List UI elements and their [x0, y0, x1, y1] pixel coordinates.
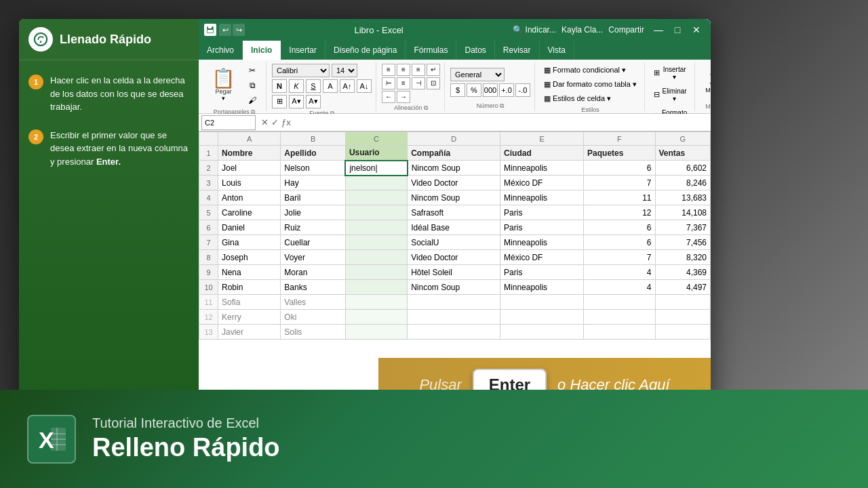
font-color-button[interactable]: A▾	[306, 95, 321, 108]
maximize-button[interactable]: □	[669, 21, 686, 39]
tab-revisar[interactable]: Revisar	[495, 41, 540, 60]
underline-button[interactable]: S	[306, 79, 321, 93]
cell-g10[interactable]: 4,497	[655, 280, 711, 295]
cell-b10[interactable]: Banks	[281, 280, 346, 295]
cell-a10[interactable]: Robin	[218, 280, 281, 295]
cell-b4[interactable]: Baril	[281, 190, 346, 205]
cell-a7[interactable]: Gina	[218, 235, 281, 250]
font-grow-button[interactable]: A↑	[340, 79, 355, 93]
cell-c8[interactable]	[345, 250, 407, 265]
comma-button[interactable]: 000	[483, 83, 498, 97]
cell-g13[interactable]	[655, 325, 711, 340]
merge-button[interactable]: ⊡	[427, 77, 440, 89]
tab-formulas[interactable]: Fórmulas	[406, 41, 456, 60]
cell-e5[interactable]: Paris	[500, 205, 584, 220]
cell-f12[interactable]	[584, 310, 655, 325]
cell-a5[interactable]: Caroline	[218, 205, 281, 220]
confirm-formula-icon[interactable]: ✓	[271, 117, 279, 127]
col-header-e[interactable]: E	[500, 132, 584, 146]
tab-diseno[interactable]: Diseño de página	[326, 41, 406, 60]
cell-a9[interactable]: Nena	[218, 265, 281, 280]
formula-input[interactable]	[294, 118, 711, 127]
cell-f2[interactable]: 6	[584, 161, 655, 176]
cell-g2[interactable]: 6,602	[655, 161, 711, 176]
align-r-button[interactable]: ⊣	[412, 77, 425, 89]
indent-dec-button[interactable]: ←	[382, 91, 395, 103]
cell-d9[interactable]: Hôtel Soleil	[408, 265, 500, 280]
cell-c6[interactable]	[345, 220, 407, 235]
cell-d8[interactable]: Video Doctor	[408, 250, 500, 265]
cell-e7[interactable]: Minneapolis	[500, 235, 584, 250]
cell-d6[interactable]: Idéal Base	[408, 220, 500, 235]
cell-b8[interactable]: Voyer	[281, 250, 346, 265]
sheet-scroll[interactable]: A B C D E F G 1 Nombre Apellido Us	[199, 131, 711, 340]
cell-c11[interactable]	[345, 295, 407, 310]
cell-f6[interactable]: 6	[584, 220, 655, 235]
cell-g4[interactable]: 13,683	[655, 190, 711, 205]
cell-a2[interactable]: Joel	[218, 161, 281, 176]
cell-b12[interactable]: Oki	[281, 310, 346, 325]
cell-e4[interactable]: Minneapolis	[500, 190, 584, 205]
cell-f7[interactable]: 6	[584, 235, 655, 250]
tab-datos[interactable]: Datos	[456, 41, 494, 60]
cell-d5[interactable]: Safrasoft	[408, 205, 500, 220]
cell-f13[interactable]	[584, 325, 655, 340]
align-mid-button[interactable]: ≡	[397, 77, 410, 89]
cell-f10[interactable]: 4	[584, 280, 655, 295]
cell-g12[interactable]	[655, 310, 711, 325]
cell-a6[interactable]: Daniel	[218, 220, 281, 235]
conditional-format-button[interactable]: ▦Formato condicional ▾	[540, 64, 640, 77]
font-name-select[interactable]: Calibri	[272, 64, 330, 77]
cell-styles-button[interactable]: ▦Estilos de celda ▾	[540, 92, 640, 105]
wrap-button[interactable]: ↵	[427, 64, 440, 76]
cell-b6[interactable]: Ruiz	[281, 220, 346, 235]
format-table-button[interactable]: ▦Dar formato como tabla ▾	[540, 78, 640, 91]
cell-c12[interactable]	[345, 310, 407, 325]
cell-e13[interactable]	[500, 325, 584, 340]
tab-archivo[interactable]: Archivo	[199, 41, 243, 60]
tab-vista[interactable]: Vista	[540, 41, 574, 60]
font-shrink-button[interactable]: A↓	[357, 79, 372, 93]
indent-inc-button[interactable]: →	[397, 91, 410, 103]
cell-e3[interactable]: México DF	[500, 176, 584, 190]
col-header-a[interactable]: A	[218, 132, 281, 146]
cell-g3[interactable]: 8,246	[655, 176, 711, 190]
cell-b3[interactable]: Hay	[281, 176, 346, 190]
decimal-dec-button[interactable]: -.0	[515, 83, 530, 97]
bold-button[interactable]: N	[272, 79, 287, 93]
cell-d11[interactable]	[408, 295, 500, 310]
cell-d4[interactable]: Nincom Soup	[408, 190, 500, 205]
cell-f5[interactable]: 12	[584, 205, 655, 220]
undo-button[interactable]: ↩	[219, 24, 231, 36]
cell-c3[interactable]	[345, 176, 407, 190]
number-format-select[interactable]: General	[450, 68, 505, 81]
cell-d2[interactable]: Nincom Soup	[408, 161, 500, 176]
col-header-d[interactable]: D	[408, 132, 500, 146]
fill-color-button[interactable]: A▾	[289, 95, 304, 108]
cell-e11[interactable]	[500, 295, 584, 310]
cell-f9[interactable]: 4	[584, 265, 655, 280]
cell-a12[interactable]: Kerry	[218, 310, 281, 325]
cell-a11[interactable]: Sofia	[218, 295, 281, 310]
cell-f8[interactable]: 7	[584, 250, 655, 265]
col-header-b[interactable]: B	[281, 132, 346, 146]
percent-button[interactable]: %	[467, 83, 481, 97]
cell-c9[interactable]	[345, 265, 407, 280]
cell-f4[interactable]: 11	[584, 190, 655, 205]
cell-f11[interactable]	[584, 295, 655, 310]
cell-c4[interactable]	[345, 190, 407, 205]
cell-g5[interactable]: 14,108	[655, 205, 711, 220]
cell-d12[interactable]	[408, 310, 500, 325]
close-button[interactable]: ✕	[688, 21, 705, 39]
align-left-button[interactable]: ⊢	[382, 77, 395, 89]
cell-e8[interactable]: México DF	[500, 250, 584, 265]
italic-button[interactable]: K	[289, 79, 304, 93]
currency-button[interactable]: $	[450, 83, 465, 97]
delete-cells-button[interactable]: ⊟Eliminar ▾	[650, 85, 690, 104]
cell-a3[interactable]: Louis	[218, 176, 281, 190]
align-top-left-button[interactable]: ≡	[382, 64, 395, 76]
align-right-button[interactable]: ≡	[412, 64, 425, 76]
cell-a4[interactable]: Anton	[218, 190, 281, 205]
cell-e10[interactable]: Minneapolis	[500, 280, 584, 295]
format-painter-button[interactable]: 🖌	[243, 94, 262, 107]
